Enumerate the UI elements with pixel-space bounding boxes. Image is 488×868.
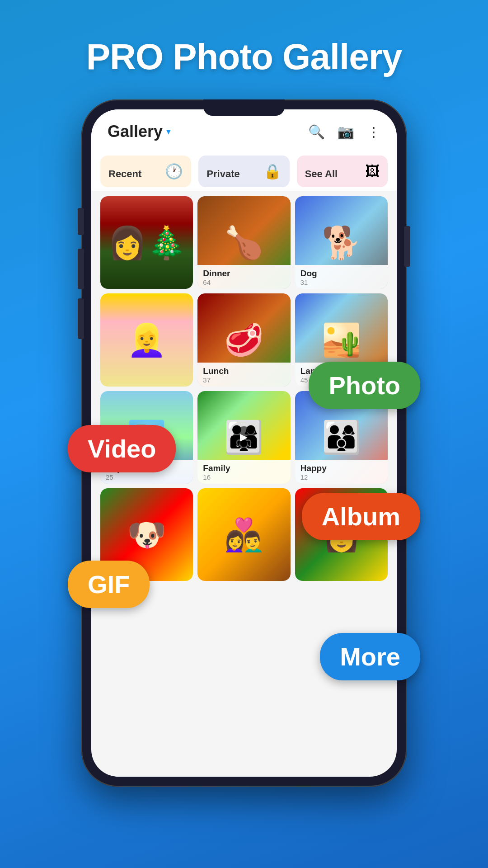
album-info-happy: Happy 12: [295, 460, 388, 484]
search-icon[interactable]: 🔍: [308, 124, 325, 140]
dropdown-icon: ▾: [166, 127, 170, 137]
album-info-dinner: Dinner 64: [197, 265, 290, 289]
album-info-dog: Dog 31: [295, 265, 388, 289]
album-info-family: Family 16: [197, 460, 290, 484]
top-icons: 🔍 📷 ⋮: [308, 124, 380, 140]
album-item-dinner[interactable]: Dinner 64: [197, 196, 290, 289]
album-count-dinner: 64: [203, 278, 285, 286]
more-options-icon[interactable]: ⋮: [367, 124, 380, 140]
mute-button: [78, 298, 84, 339]
lock-icon: 🔒: [263, 163, 282, 180]
album-name-happy: Happy: [300, 463, 382, 473]
more-label[interactable]: More: [320, 633, 420, 680]
volume-up-button: [78, 208, 84, 235]
seeall-label: See All: [305, 168, 338, 180]
album-item-family[interactable]: ▶ Family 16: [197, 391, 290, 484]
album-item-couple[interactable]: [197, 488, 290, 581]
recent-icon: 🕐: [165, 163, 183, 180]
album-item-lunch[interactable]: Lunch 37: [197, 293, 290, 386]
album-name-lunch: Lunch: [203, 366, 285, 376]
album-count-city: 25: [106, 473, 188, 481]
photo-label[interactable]: Photo: [309, 362, 420, 409]
gallery-title-container[interactable]: Gallery ▾: [108, 122, 170, 141]
album-thumb-portrait: [100, 293, 193, 386]
album-label[interactable]: Album: [302, 493, 420, 540]
phone-wrapper: Gallery ▾ 🔍 📷 ⋮ Recent 🕐: [81, 99, 407, 800]
album-name-dinner: Dinner: [203, 269, 285, 278]
category-row: Recent 🕐 Private 🔒 See All 🖼: [91, 148, 397, 191]
album-info-lunch: Lunch 37: [197, 363, 290, 387]
album-count-happy: 12: [300, 473, 382, 481]
gallery-label: Gallery: [108, 122, 163, 141]
album-item-portrait[interactable]: [100, 293, 193, 386]
album-name-family: Family: [203, 463, 285, 473]
category-private[interactable]: Private 🔒: [198, 156, 289, 187]
album-count-dog: 31: [300, 278, 382, 286]
volume-down-button: [78, 249, 84, 289]
camera-icon[interactable]: 📷: [338, 124, 354, 140]
category-recent[interactable]: Recent 🕐: [100, 156, 191, 187]
album-item-dog[interactable]: Dog 31: [295, 196, 388, 289]
private-label: Private: [206, 168, 239, 180]
video-label[interactable]: Video: [68, 425, 176, 472]
play-button[interactable]: ▶: [233, 426, 255, 448]
app-title: PRO Photo Gallery: [0, 0, 488, 78]
power-button: [404, 226, 410, 267]
album-count-lunch: 37: [203, 376, 285, 384]
gif-label[interactable]: GIF: [68, 561, 150, 608]
album-count-family: 16: [203, 473, 285, 481]
album-name-dog: Dog: [300, 269, 382, 278]
image-icon: 🖼: [365, 163, 380, 180]
album-item-christmas[interactable]: [100, 196, 193, 289]
recent-label: Recent: [108, 168, 141, 180]
album-thumb-couple: [197, 488, 290, 581]
phone-notch: [203, 99, 285, 116]
album-thumb-christmas: [100, 196, 193, 289]
category-seeall[interactable]: See All 🖼: [297, 156, 388, 187]
